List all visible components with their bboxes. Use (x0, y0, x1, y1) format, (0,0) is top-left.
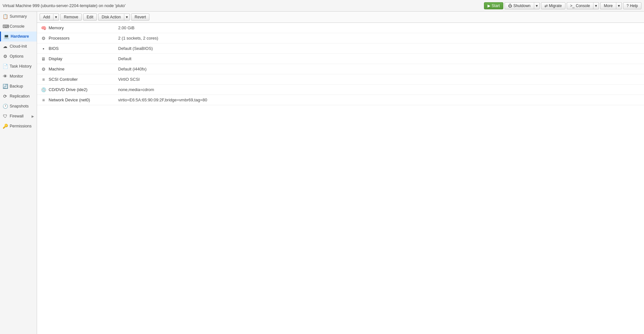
hardware-row-value: 2 (1 sockets, 2 cores) (118, 36, 641, 41)
table-row[interactable]: ≡ SCSI Controller VirtIO SCSI (37, 74, 644, 85)
table-row[interactable]: 🧠 Memory 2.00 GiB (37, 23, 644, 33)
add-chevron-icon: ▾ (55, 15, 57, 19)
hardware-row-name: CD/DVD Drive (ide2) (47, 87, 118, 92)
sidebar-item-label: Cloud-Init (10, 44, 27, 49)
sidebar-item-label: Permissions (10, 124, 32, 128)
backup-icon: 🔄 (3, 84, 8, 89)
sidebar-item-task-history[interactable]: 📄 Task History (0, 61, 37, 71)
firewall-expand-icon: ▶ (32, 115, 34, 118)
sidebar-item-hardware[interactable]: 💻 Hardware (0, 32, 37, 42)
main-content: Add ▾ Remove Edit Disk Action ▾ (37, 12, 644, 334)
edit-button[interactable]: Edit (83, 14, 97, 21)
sidebar-item-permissions[interactable]: 🔑 Permissions (0, 121, 37, 131)
hardware-row-icon: 🧠 (40, 25, 47, 31)
console-icon: >_ (570, 4, 575, 8)
sidebar: 📋 Summary ⌨ Console 💻 Hardware ☁ Cloud-I… (0, 12, 37, 334)
sidebar-item-label: Task History (10, 64, 32, 69)
hardware-row-name: BIOS (47, 46, 118, 51)
sidebar-item-label: Firewall (10, 114, 24, 118)
sidebar-item-cloud-init[interactable]: ☁ Cloud-Init (0, 42, 37, 51)
add-label: Add (43, 15, 50, 19)
sidebar-item-label: Replication (10, 94, 30, 98)
table-row[interactable]: ≡ Network Device (net0) virtio=E6:5A:65:… (37, 95, 644, 105)
migrate-button[interactable]: ⇄ Migrate (541, 2, 565, 9)
console-arrow-button[interactable]: ▾ (593, 2, 599, 9)
hardware-row-name: Memory (47, 25, 118, 30)
sidebar-item-monitor[interactable]: 👁 Monitor (0, 71, 37, 81)
hardware-row-name: Processors (47, 36, 118, 41)
more-arrow-button[interactable]: ▾ (616, 2, 622, 9)
sidebar-item-label: Options (10, 54, 24, 59)
sidebar-item-replication[interactable]: ⟳ Replication (0, 91, 37, 101)
console-button[interactable]: >_ Console (567, 2, 593, 9)
summary-icon: 📋 (3, 14, 8, 19)
sidebar-item-label: Backup (10, 84, 23, 88)
console-label: Console (576, 4, 590, 8)
cloud-init-icon: ☁ (3, 44, 8, 49)
table-row[interactable]: ⚙ Machine Default (i440fx) (37, 64, 644, 74)
permissions-icon: 🔑 (3, 124, 8, 129)
hardware-row-icon: 🖥 (40, 56, 47, 61)
hardware-row-icon: ⚙ (40, 67, 47, 72)
migrate-icon: ⇄ (545, 4, 548, 8)
shutdown-label: Shutdown (513, 4, 530, 8)
migrate-label: Migrate (549, 4, 562, 8)
sidebar-item-label: Snapshots (10, 104, 29, 108)
disk-action-button[interactable]: Disk Action (98, 14, 124, 21)
console-split-button: >_ Console ▾ (567, 2, 599, 9)
more-chevron-icon: ▾ (618, 4, 620, 8)
revert-label: Revert (135, 15, 146, 19)
start-label: Start (492, 4, 500, 8)
start-button[interactable]: ▶ Start (484, 2, 503, 9)
hardware-toolbar: Add ▾ Remove Edit Disk Action ▾ (37, 12, 644, 23)
start-icon: ▶ (488, 4, 490, 8)
add-arrow-button[interactable]: ▾ (53, 14, 59, 21)
table-row[interactable]: ▪ BIOS Default (SeaBIOS) (37, 43, 644, 54)
disk-action-arrow-button[interactable]: ▾ (124, 14, 130, 21)
hardware-row-icon: ≡ (40, 97, 47, 103)
hardware-row-name: Machine (47, 67, 118, 71)
main-layout: 📋 Summary ⌨ Console 💻 Hardware ☁ Cloud-I… (0, 12, 644, 334)
disk-action-label: Disk Action (102, 15, 121, 19)
revert-button[interactable]: Revert (131, 14, 149, 21)
options-icon: ⚙ (3, 54, 8, 59)
top-bar-actions: ▶ Start ⏻ Shutdown ▾ ⇄ Migrate >_ Consol… (484, 2, 641, 9)
shutdown-arrow-button[interactable]: ▾ (534, 2, 540, 9)
hardware-row-value: Default (SeaBIOS) (118, 46, 641, 51)
sidebar-item-options[interactable]: ⚙ Options (0, 51, 37, 61)
hardware-row-value: none,media=cdrom (118, 87, 641, 92)
console-chevron-icon: ▾ (595, 4, 597, 8)
more-button[interactable]: More (600, 2, 616, 9)
hardware-icon: 💻 (4, 34, 9, 39)
replication-icon: ⟳ (3, 94, 8, 99)
sidebar-item-firewall[interactable]: 🛡 Firewall ▶ (0, 111, 37, 121)
hardware-row-value: 2.00 GiB (118, 25, 641, 30)
sidebar-item-backup[interactable]: 🔄 Backup (0, 81, 37, 91)
more-split-button: More ▾ (600, 2, 621, 9)
hardware-row-icon: ≡ (40, 77, 47, 82)
more-label: More (604, 4, 612, 8)
table-row[interactable]: 🖥 Display Default (37, 54, 644, 64)
sidebar-item-snapshots[interactable]: 🕐 Snapshots (0, 101, 37, 111)
task-history-icon: 📄 (3, 64, 8, 69)
add-button[interactable]: Add (40, 14, 53, 21)
top-bar: Virtual Machine 999 (ubuntu-server-2204-… (0, 0, 644, 12)
table-row[interactable]: ⚙ Processors 2 (1 sockets, 2 cores) (37, 33, 644, 43)
hardware-row-value: VirtIO SCSI (118, 77, 641, 82)
disk-action-chevron-icon: ▾ (126, 15, 128, 19)
shutdown-button[interactable]: ⏻ Shutdown (505, 2, 534, 9)
hardware-row-name: Network Device (net0) (47, 97, 118, 102)
sidebar-item-label: Console (10, 24, 24, 29)
hardware-row-value: Default (118, 56, 641, 61)
console-icon: ⌨ (3, 24, 8, 29)
edit-label: Edit (87, 15, 93, 19)
firewall-icon: 🛡 (3, 114, 8, 119)
help-button[interactable]: ? Help (623, 2, 641, 9)
snapshots-icon: 🕐 (3, 104, 8, 109)
help-icon: ? (627, 4, 629, 8)
sidebar-item-console[interactable]: ⌨ Console (0, 22, 37, 32)
sidebar-item-label: Summary (10, 14, 27, 19)
table-row[interactable]: 💿 CD/DVD Drive (ide2) none,media=cdrom (37, 85, 644, 95)
remove-button[interactable]: Remove (60, 14, 82, 21)
sidebar-item-summary[interactable]: 📋 Summary (0, 12, 37, 22)
